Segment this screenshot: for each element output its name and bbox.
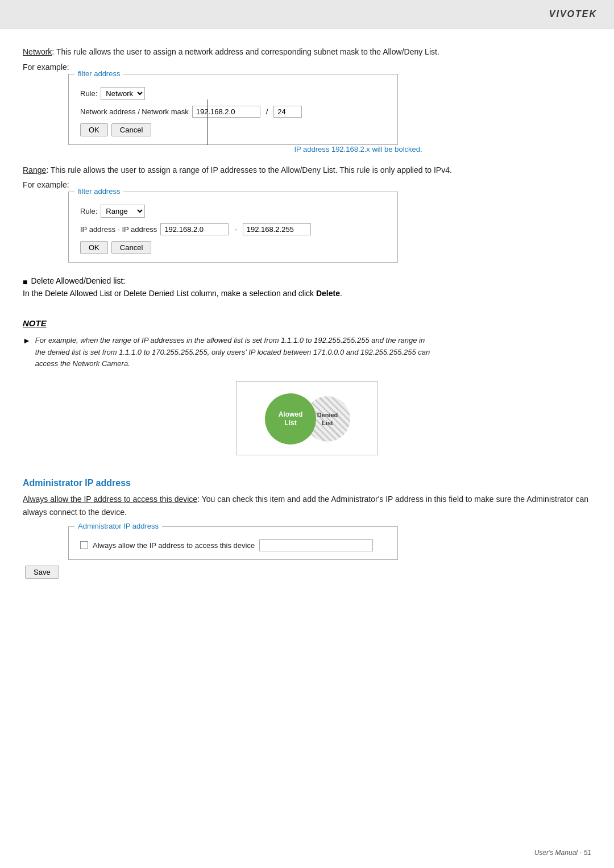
vertical-line [208,99,208,145]
admin-row: Always allow the IP address to access th… [80,539,386,551]
rule-select-1[interactable]: Network Range Single [101,87,145,100]
ip-range-label: IP address - IP address [80,225,157,234]
note-content: ► For example, when the range of IP addr… [23,335,591,370]
allowed-label: Alowed List [279,410,303,428]
filter-row-rule-1: Rule: Network Range Single [80,87,386,100]
filter-row-rule-2: Rule: Network Range Single [80,205,386,218]
header-bar: VIVOTEK [0,0,614,28]
filter-buttons-2: OK Cancel [80,241,386,254]
allowed-circle: Alowed List [265,393,316,445]
delete-description: In the Delete Allowed List or Delete Den… [23,289,591,298]
admin-checkbox-label: Always allow the IP address to access th… [93,541,255,550]
filter-buttons-1: OK Cancel [80,123,386,136]
delete-bullet-item: ■ Delete Allowed/Denied list: [23,276,591,286]
filter-box-1: filter address Rule: Network Range Singl… [68,74,398,145]
filter-row-range: IP address - IP address - [80,223,386,235]
network-address-input[interactable] [192,106,260,118]
note-text: For example, when the range of IP addres… [35,335,433,370]
page: VIVOTEK Network: This rule allows the us… [0,0,614,868]
ok-button-1[interactable]: OK [80,123,108,136]
diagram-box: Alowed List Denied List [236,381,378,455]
brand-logo: VIVOTEK [549,9,597,19]
note-arrow: ► [23,336,31,345]
rule-label-2: Rule: [80,207,97,215]
delete-section: ■ Delete Allowed/Denied list: In the Del… [23,276,591,298]
network-description: Network: This rule allows the user to as… [23,45,591,58]
network-mask-input[interactable] [273,106,302,118]
mask-separator: / [264,107,271,116]
rule-select-2[interactable]: Network Range Single [101,205,145,218]
range-separator: - [232,225,239,234]
filter-box-2-wrapper: filter address Rule: Network Range Singl… [68,192,591,263]
filter-box-1-title: filter address [74,69,123,78]
ip-note-area: IP address 192.168.2.x will be bolcked. [68,145,591,153]
rule-label-1: Rule: [80,89,97,98]
denied-label: Denied List [317,411,338,427]
diagram-container: Alowed List Denied List [23,381,591,455]
range-desc-text: : This rule allows the user to assign a … [46,165,452,175]
admin-box-title: Administrator IP address [74,522,162,530]
filter-box-2-title: filter address [74,187,123,196]
admin-ip-input[interactable] [259,539,373,551]
delete-title: Delete Allowed/Denied list: [31,276,125,285]
ip-from-input[interactable] [160,223,229,235]
filter-box-2: filter address Rule: Network Range Singl… [68,192,398,263]
note-title: NOTE [23,318,591,328]
address-label: Network address / Network mask [80,107,189,116]
save-button-wrapper: Save [25,566,591,579]
cancel-button-1[interactable]: Cancel [111,123,151,136]
network-desc-text: : This rule allows the user to assign a … [52,47,439,56]
admin-section: Administrator IP address Always allow th… [23,478,591,579]
range-description: Range: This rule allows the user to assi… [23,164,591,176]
main-content: Network: This rule allows the user to as… [0,28,614,868]
admin-desc: Always allow the IP address to access th… [23,493,591,518]
ok-button-2[interactable]: OK [80,241,108,254]
admin-section-title: Administrator IP address [23,478,591,488]
range-term: Range [23,165,46,175]
footer-text: User's Manual - 51 [534,849,591,857]
save-button[interactable]: Save [25,566,59,579]
admin-underline-text: Always allow the IP address to access th… [23,495,197,504]
filter-row-address: Network address / Network mask / [80,106,386,118]
network-term: Network [23,47,52,56]
note-section: NOTE ► For example, when the range of IP… [23,318,591,370]
ip-note: IP address 192.168.2.x will be bolcked. [125,145,591,153]
admin-checkbox[interactable] [80,541,88,549]
filter-box-1-wrapper: filter address Rule: Network Range Singl… [68,74,591,145]
delete-bold: Delete [316,289,340,298]
cancel-button-2[interactable]: Cancel [111,241,151,254]
admin-box-wrapper: Administrator IP address Always allow th… [68,526,591,560]
admin-box: Administrator IP address Always allow th… [68,526,398,560]
delete-bullet: ■ [23,277,27,286]
ip-to-input[interactable] [243,223,311,235]
